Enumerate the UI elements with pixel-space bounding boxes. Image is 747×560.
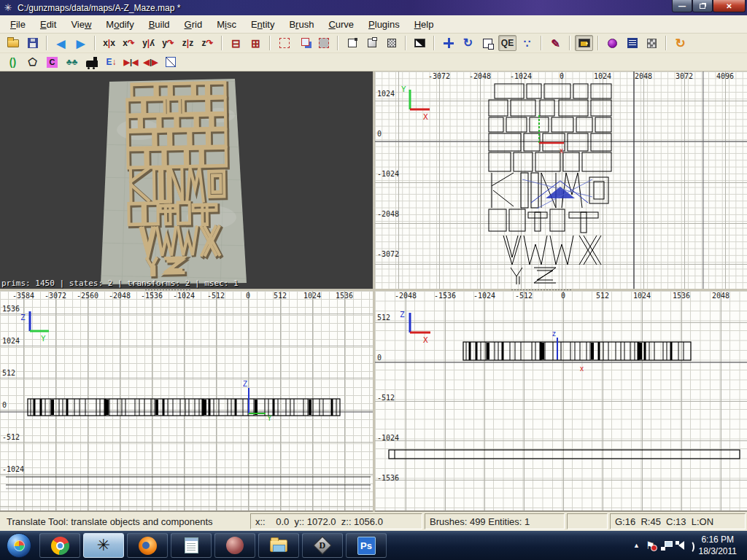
menu-help[interactable]: Help (407, 17, 441, 32)
viewport-splitter-vertical[interactable] (373, 71, 375, 512)
menu-grid[interactable]: Grid (177, 17, 210, 32)
csg-merge-icon[interactable]: ⊞ (247, 35, 265, 51)
menu-file[interactable]: File (3, 17, 33, 32)
radiant-editor-taskbar-button[interactable]: ✳ (83, 533, 124, 558)
firefox-taskbar-button[interactable] (127, 533, 168, 558)
translate-tool-icon[interactable] (439, 35, 457, 51)
ruler-x-label: 2048 (712, 292, 729, 300)
d-diamond-taskbar-button[interactable]: D (302, 533, 343, 558)
flip-y-icon[interactable]: y|ʎ (139, 35, 158, 51)
ruler-x-label: 1536 (336, 292, 353, 300)
flip-inward-icon[interactable]: ▶|◀ (122, 54, 140, 70)
network-icon[interactable] (661, 541, 673, 551)
menu-modify[interactable]: Modify (98, 17, 141, 32)
plugin-pen-icon[interactable]: ✎ (546, 35, 565, 51)
viewport-splitter-horizontal[interactable] (0, 289, 747, 291)
texture-lock-icon[interactable] (643, 35, 661, 51)
menu-build[interactable]: Build (142, 17, 177, 32)
statusbar: Translate Tool: translate objects and co… (0, 512, 747, 531)
train-icon[interactable] (82, 54, 101, 70)
select-inside-icon[interactable] (295, 35, 313, 51)
vertex-tool-icon[interactable]: ∵ (518, 35, 536, 51)
flip-outward-icon[interactable]: ◀|▶ (142, 54, 160, 70)
restore-button[interactable] (692, 0, 713, 12)
viewport-top-xy[interactable]: YXx -3072-2048-1024010242048307240961024… (375, 71, 747, 289)
explorer-folder-icon (270, 540, 287, 552)
game-sphere-taskbar-button[interactable] (214, 533, 255, 558)
splitter-grip[interactable] (511, 289, 572, 291)
clock-date: 18/3/2011 (699, 545, 738, 557)
taskbar-clock[interactable]: 6:16 PM 18/3/2011 (694, 534, 742, 557)
toolbar-separator (94, 36, 96, 50)
ruler-y-label: -1024 (377, 434, 399, 442)
action-center-icon[interactable]: ⚑ (646, 540, 655, 551)
menu-entity[interactable]: Entity (244, 17, 282, 32)
cube-textured-icon[interactable] (382, 35, 400, 51)
rotate-z-icon[interactable]: z↷ (198, 35, 217, 51)
ruler-x-label: -1024 (473, 292, 495, 300)
ruler-y-label: -512 (2, 433, 20, 441)
refresh-icon[interactable]: ↻ (671, 35, 689, 51)
ruler-y-label: 0 (377, 354, 382, 362)
free-rotation-icon[interactable]: () (4, 54, 22, 70)
svg-text:x: x (560, 147, 563, 155)
explorer-folder-taskbar-button[interactable] (258, 533, 299, 558)
minimize-button[interactable]: — (672, 0, 692, 12)
start-button[interactable] (1, 532, 36, 559)
ruler-x-label: 3072 (676, 72, 693, 80)
svg-text:Y: Y (267, 414, 272, 422)
viewport-3d-camera[interactable]: prims: 1450 | states: 2 | transforms: 2 … (0, 71, 373, 289)
rotate-tool-icon[interactable]: ↻ (459, 35, 477, 51)
flip-x-icon[interactable]: x|x (100, 35, 118, 51)
menu-plugins[interactable]: Plugins (361, 17, 407, 32)
volume-icon[interactable] (678, 541, 684, 550)
rotate-y-icon[interactable]: y↷ (159, 35, 177, 51)
viewport-side-yz[interactable]: ZYZY -3584-3072-2560-2048-1536-1024-5120… (0, 291, 373, 510)
svg-text:Y: Y (401, 85, 406, 94)
menu-view[interactable]: View (63, 17, 98, 32)
entity-export-icon[interactable]: E↓ (102, 54, 120, 70)
menu-brush[interactable]: Brush (282, 17, 321, 32)
entity-sphere-icon[interactable] (603, 35, 622, 51)
no-draw-icon[interactable] (161, 54, 179, 70)
notepad-taskbar-button[interactable] (171, 533, 212, 558)
workspace: prims: 1450 | states: 2 | transforms: 2 … (0, 71, 747, 512)
taskbar: ✳DPs ▲ ⚑ 6:16 PM 18/3/2011 (0, 531, 747, 560)
svg-text:Z: Z (20, 313, 26, 322)
splitter-grip[interactable] (144, 289, 191, 291)
curve-patch-icon[interactable]: C (43, 54, 61, 70)
toolbar-separator (597, 36, 599, 50)
viewport-front-xz[interactable]: ZXzx -2048-1536-1024-5120512102415362048… (375, 291, 747, 510)
ruler-x-label: 0 (561, 292, 565, 300)
ruler-x-label: 0 (246, 292, 250, 300)
ruler-y-label: -1536 (377, 474, 399, 482)
undo-icon[interactable]: ◀ (52, 35, 70, 51)
save-icon[interactable] (23, 35, 42, 51)
entity-list-icon[interactable] (623, 35, 641, 51)
menu-misc[interactable]: Misc (209, 17, 244, 32)
menu-edit[interactable]: Edit (33, 17, 63, 32)
cube-wire-icon[interactable] (343, 35, 361, 51)
redo-icon[interactable]: ▶ (71, 35, 90, 51)
select-touching-icon[interactable] (275, 35, 293, 51)
qe-mode-toggle[interactable]: QE (498, 35, 516, 51)
scale-tool-icon[interactable] (479, 35, 497, 51)
rotate-x-icon[interactable]: x↷ (120, 35, 138, 51)
region-set-icon[interactable] (314, 35, 333, 51)
polygon-icon[interactable]: ⬠ (23, 54, 42, 70)
ruler-x-label: -3072 (428, 72, 450, 80)
status-coordinates: x:: 0.0 y:: 1072.0 z:: 1056.0 (250, 513, 422, 529)
csg-subtract-icon[interactable]: ⊟ (227, 35, 245, 51)
texture-view-icon[interactable] (411, 35, 429, 51)
photoshop-taskbar-button[interactable]: Ps (346, 533, 387, 558)
foliage-icon[interactable]: ♣♣ (63, 54, 81, 70)
menu-curve[interactable]: Curve (321, 17, 361, 32)
camera-view-toggle[interactable] (575, 35, 593, 51)
chrome-taskbar-button[interactable] (39, 533, 80, 558)
open-icon[interactable] (4, 35, 22, 51)
flip-z-icon[interactable]: z|z (179, 35, 197, 51)
svg-text:z: z (552, 330, 556, 338)
show-hidden-icons[interactable]: ▲ (633, 542, 640, 549)
cube-shaded-icon[interactable] (363, 35, 381, 51)
close-button[interactable]: ✕ (713, 0, 746, 12)
